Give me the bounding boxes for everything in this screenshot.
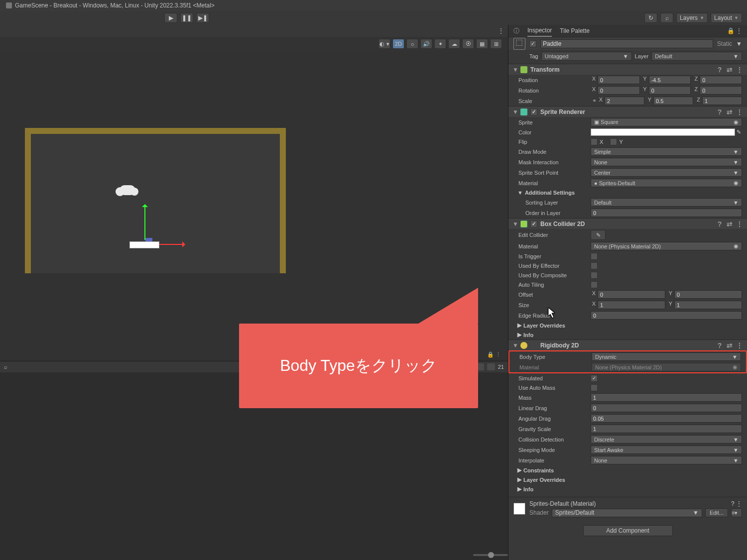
audio-toggle-icon[interactable]: 🔊 bbox=[420, 39, 432, 49]
object-picker-icon[interactable]: ◉ bbox=[734, 180, 739, 186]
sleeping-mode-dropdown[interactable]: Start Awake▼ bbox=[591, 446, 742, 454]
gravity-scale-input[interactable]: 1 bbox=[591, 425, 742, 433]
menu-icon[interactable]: ⋮ bbox=[736, 500, 742, 507]
collision-detection-dropdown[interactable]: Discrete▼ bbox=[591, 435, 742, 444]
help-icon[interactable]: ? bbox=[716, 220, 723, 228]
help-icon[interactable]: ? bbox=[716, 341, 723, 349]
physics-material-field[interactable]: None (Physics Material 2D)◉ bbox=[591, 242, 742, 250]
link-icon[interactable]: ⚭ bbox=[591, 98, 598, 104]
auto-mass-checkbox[interactable] bbox=[591, 384, 598, 391]
mini-icon-6[interactable] bbox=[487, 363, 495, 370]
flip-x-checkbox[interactable] bbox=[591, 138, 598, 145]
sprite-field[interactable]: ▣ Square◉ bbox=[591, 118, 742, 126]
layout-dropdown[interactable]: Layout▼ bbox=[711, 13, 742, 23]
drawmode-dropdown[interactable]: Simple▼ bbox=[591, 147, 742, 156]
lock-icon[interactable]: 🔒 ⋮ bbox=[487, 351, 501, 358]
tag-dropdown[interactable]: Untagged▼ bbox=[541, 52, 632, 61]
shader-dropdown[interactable]: Sprites/Default▼ bbox=[552, 509, 702, 517]
grid-icon[interactable]: ⊞ bbox=[490, 39, 502, 49]
play-button[interactable]: ▶ bbox=[164, 13, 177, 23]
fold-icon[interactable]: ▶ bbox=[517, 486, 521, 492]
layer-dropdown[interactable]: Default▼ bbox=[651, 52, 742, 61]
preset-icon[interactable]: ⇄ bbox=[726, 220, 733, 228]
paddle-sprite[interactable] bbox=[129, 241, 159, 248]
fold-icon[interactable]: ▼ bbox=[517, 190, 523, 196]
is-trigger-checkbox[interactable] bbox=[591, 253, 598, 260]
fold-icon[interactable]: ▶ bbox=[517, 476, 521, 483]
fx-toggle-icon[interactable]: ✦ bbox=[434, 39, 446, 49]
fold-icon[interactable]: ▼ bbox=[512, 221, 517, 227]
tab-inspector[interactable]: Inspector bbox=[527, 25, 552, 37]
mass-input[interactable]: 1 bbox=[591, 393, 742, 402]
menu-icon[interactable]: ⋮ bbox=[736, 66, 743, 74]
edge-radius-input[interactable]: 0 bbox=[591, 311, 742, 320]
active-checkbox[interactable] bbox=[529, 40, 536, 47]
menu-icon[interactable]: ⋮ bbox=[736, 341, 743, 349]
used-by-composite-checkbox[interactable] bbox=[591, 272, 598, 279]
step-button[interactable]: ▶❚ bbox=[196, 13, 209, 23]
lock-icon[interactable]: 🔒 ⋮ bbox=[727, 27, 742, 34]
layers-dropdown[interactable]: Layers▼ bbox=[676, 13, 708, 23]
shading-mode-dropdown[interactable]: ◐ ▾ bbox=[378, 39, 390, 49]
pause-button[interactable]: ❚❚ bbox=[180, 13, 193, 23]
zoom-slider[interactable] bbox=[473, 554, 508, 556]
menu-icon[interactable]: ⋮ bbox=[736, 220, 743, 228]
edit-button[interactable]: Edit... bbox=[705, 508, 728, 517]
fold-icon[interactable]: ▼ bbox=[512, 109, 517, 115]
order-input[interactable]: 0 bbox=[591, 209, 742, 217]
object-name-input[interactable]: Paddle bbox=[540, 39, 713, 48]
tab-tile-palette[interactable]: Tile Palette bbox=[560, 25, 590, 36]
interpolate-dropdown[interactable]: None▼ bbox=[591, 456, 742, 464]
pos-z-input[interactable]: 0 bbox=[700, 76, 742, 84]
used-by-effector-checkbox[interactable] bbox=[591, 262, 598, 269]
fold-icon[interactable]: ▼ bbox=[512, 342, 517, 349]
fold-icon[interactable]: ▶ bbox=[517, 322, 521, 329]
linear-drag-input[interactable]: 0 bbox=[591, 404, 742, 412]
flip-y-checkbox[interactable] bbox=[610, 138, 617, 145]
sortpoint-dropdown[interactable]: Center▼ bbox=[591, 168, 742, 177]
angular-drag-input[interactable]: 0.05 bbox=[591, 414, 742, 423]
mask-dropdown[interactable]: None▼ bbox=[591, 158, 742, 166]
fold-icon[interactable]: ▶ bbox=[517, 332, 521, 338]
scale-z-input[interactable]: 1 bbox=[702, 97, 742, 105]
simulated-checkbox[interactable] bbox=[591, 375, 598, 382]
static-dropdown[interactable]: ▼ bbox=[736, 40, 742, 47]
rot-y-input[interactable]: 0 bbox=[649, 86, 691, 95]
rb-material-field[interactable]: None (Physics Material 2D)◉ bbox=[592, 363, 741, 371]
object-picker-icon[interactable]: ◉ bbox=[734, 243, 739, 249]
material-field[interactable]: ● Sprites-Default◉ bbox=[591, 179, 742, 187]
undo-history-icon[interactable]: ↻ bbox=[644, 13, 657, 23]
help-icon[interactable]: ? bbox=[731, 500, 735, 507]
component-enable-checkbox[interactable] bbox=[530, 109, 537, 115]
body-type-dropdown[interactable]: Dynamic▼ bbox=[592, 352, 741, 361]
help-icon[interactable]: ? bbox=[716, 66, 723, 74]
lighting-toggle-icon[interactable]: ☼ bbox=[406, 39, 418, 49]
camera-icon[interactable]: ▦ bbox=[476, 39, 488, 49]
search-icon[interactable]: ⌕ bbox=[4, 364, 7, 370]
preset-icon[interactable]: ⇄ bbox=[726, 66, 733, 74]
fold-icon[interactable]: ▶ bbox=[517, 467, 521, 473]
gizmos-toggle-icon[interactable]: ⦿ bbox=[462, 39, 474, 49]
scale-y-input[interactable]: 0.5 bbox=[653, 97, 693, 105]
preset-icon[interactable]: ⇄ bbox=[726, 108, 733, 116]
rot-z-input[interactable]: 0 bbox=[700, 86, 742, 95]
scale-x-input[interactable]: 2 bbox=[605, 97, 644, 105]
menu-icon[interactable]: ⋮ bbox=[736, 108, 743, 116]
rot-x-input[interactable]: 0 bbox=[598, 86, 640, 95]
preset-icon[interactable]: ⇄ bbox=[726, 341, 733, 349]
add-component-button[interactable]: Add Component bbox=[583, 525, 673, 536]
object-picker-icon[interactable]: ◉ bbox=[734, 119, 739, 125]
pos-y-input[interactable]: -4.5 bbox=[649, 76, 691, 84]
pos-x-input[interactable]: 0 bbox=[598, 76, 640, 84]
eyedropper-icon[interactable]: ✎ bbox=[735, 129, 742, 135]
auto-tiling-checkbox[interactable] bbox=[591, 281, 598, 288]
size-x-input[interactable]: 1 bbox=[598, 301, 665, 309]
fold-icon[interactable]: ▼ bbox=[512, 66, 517, 73]
help-icon[interactable]: ? bbox=[716, 108, 723, 116]
offset-y-input[interactable]: 0 bbox=[674, 290, 742, 299]
color-field[interactable] bbox=[591, 128, 735, 136]
skybox-toggle-icon[interactable]: ☁ bbox=[448, 39, 460, 49]
edit-collider-button[interactable]: ✎ bbox=[591, 230, 606, 240]
2d-toggle[interactable]: 2D bbox=[392, 39, 404, 49]
offset-x-input[interactable]: 0 bbox=[598, 290, 665, 299]
